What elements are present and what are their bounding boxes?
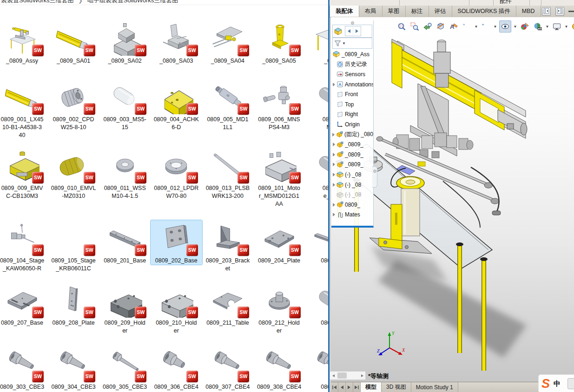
file-item[interactable]: SW 0809_201_Base <box>99 220 151 265</box>
file-item[interactable]: SW 0809_303_CBE3 <box>0 346 48 391</box>
tab-scroll-right-button[interactable] <box>346 382 353 392</box>
file-item[interactable]: SW 0809_012_LPDR W70-80 <box>151 148 202 200</box>
feature-tree-item[interactable]: _0809_ <box>331 160 373 170</box>
file-item[interactable]: SW _0809_SA05 <box>253 20 305 65</box>
feature-tree-item[interactable]: _0809_Ass <box>331 49 373 59</box>
study-tab[interactable]: 模型 <box>361 382 382 392</box>
expand-arrow-icon[interactable] <box>331 173 336 176</box>
file-item[interactable]: SW 0809_104_Stage _KAW06050-R <box>0 220 48 273</box>
feature-tree-item[interactable]: (-) _08 <box>331 180 373 190</box>
file-item[interactable]: SW 0809_203_Brack et <box>202 220 253 273</box>
breadcrumb-folder-current[interactable]: 电子组装装置SolidWorks三维套图 <box>87 0 178 4</box>
previous-view-icon[interactable] <box>422 21 433 32</box>
breadcrumb[interactable]: 装装置SolidWorks三维套图❯电子组装装置SolidWorks三维套图 <box>0 0 330 5</box>
expand-arrow-icon[interactable] <box>331 163 336 166</box>
feature-tree-item[interactable]: Annotations <box>331 79 373 90</box>
file-item[interactable]: SW 0809_003_MS5- 15 <box>99 79 151 131</box>
file-item[interactable]: SW _0809_SA04 <box>202 20 253 65</box>
tree-horizontal-scrollbar[interactable] <box>330 371 366 380</box>
ribbon-tab[interactable]: 草图 <box>383 6 406 17</box>
view-settings-dropdown-icon[interactable]: ▼ <box>564 25 568 29</box>
expand-arrow-icon[interactable] <box>331 183 336 187</box>
sogou-logo-icon[interactable]: S <box>541 378 550 390</box>
expand-arrow-icon[interactable] <box>331 213 336 216</box>
scroll-left-button[interactable] <box>330 372 336 379</box>
zoom-to-area-icon[interactable] <box>409 21 420 32</box>
feature-tree-item[interactable]: (-) _08 <box>331 170 373 180</box>
panel-tab-scroll-left-button[interactable] <box>345 27 353 35</box>
zoom-to-fit-icon[interactable] <box>396 21 407 32</box>
scroll-right-button[interactable] <box>359 372 365 379</box>
feature-tree-item[interactable]: 0809_ <box>331 200 373 210</box>
file-item[interactable]: SW 0809_002_CPD W25-8-10 <box>48 79 99 131</box>
file-item[interactable]: SW 0809_006_MNS PS4-M3 <box>253 79 305 131</box>
view-orientation-icon[interactable] <box>461 21 472 32</box>
file-item[interactable]: SW 0809_009_EMV C-CB130M3 <box>0 148 48 200</box>
hide-show-annotations-icon[interactable] <box>448 21 459 32</box>
section-view-icon[interactable] <box>435 21 446 32</box>
file-item[interactable]: SW 0809_004_ACHK 6-D <box>151 79 202 131</box>
file-item[interactable]: SW 0809_306_CBE4 <box>151 346 202 391</box>
file-item[interactable]: SW 0809_204_Plate <box>253 220 305 265</box>
expand-arrow-icon[interactable] <box>331 153 336 157</box>
feature-tree-item[interactable]: (固定) _0809 <box>331 130 373 140</box>
measure-icon[interactable] <box>570 21 574 32</box>
panel-tab-scroll-right-button[interactable] <box>353 27 361 35</box>
feature-tree-item[interactable]: Mates <box>331 210 373 220</box>
feature-tree-filter[interactable]: ▼ <box>332 38 372 49</box>
feature-tree-item[interactable]: Origin <box>331 119 373 130</box>
collapse-panel-left-button[interactable] <box>542 7 551 16</box>
ribbon-tab[interactable]: SOLIDWORKS 插件 <box>452 6 516 17</box>
display-style-dropdown-icon[interactable]: ▼ <box>493 25 497 29</box>
apply-scene-icon[interactable] <box>532 21 543 32</box>
file-item[interactable]: SW 0809_208_Plate <box>48 282 99 327</box>
file-item[interactable]: SW 0809_212_Hold er <box>253 282 305 335</box>
feature-tree-item[interactable]: Top <box>331 99 373 110</box>
panel-splitter-handle[interactable] <box>372 166 377 188</box>
expand-arrow-icon[interactable] <box>331 143 336 146</box>
hide-show-items-icon[interactable] <box>499 20 511 33</box>
file-item[interactable]: SW 0809_013_PLSB WRK13-200 <box>202 148 253 200</box>
view-settings-icon[interactable] <box>551 21 562 32</box>
file-item[interactable]: SW 0809_101_Moto r_MSMD012G1 AA <box>253 148 305 208</box>
file-item[interactable]: SW 0809_202_Base <box>151 220 202 265</box>
file-item[interactable]: SW 0809_209_Hold er <box>99 282 151 335</box>
feature-tree-item[interactable]: Front <box>331 89 373 99</box>
expand-arrow-icon[interactable] <box>331 83 336 86</box>
file-item[interactable]: SW 0809_307_CBE4 <box>202 346 253 391</box>
ime-keyboard-icon[interactable] <box>567 378 574 389</box>
filter-dropdown-icon[interactable]: ▼ <box>342 41 346 46</box>
scrollbar-thumb[interactable] <box>337 372 347 379</box>
input-method-bar[interactable]: S 中 <box>538 374 574 392</box>
collapse-panel-right-button[interactable] <box>555 7 564 16</box>
file-item[interactable]: SW 0809_210_Hold er <box>151 282 202 335</box>
tab-scroll-left-button[interactable] <box>338 382 346 392</box>
feature-tree-item[interactable]: 历史记录 <box>331 59 373 70</box>
study-tab[interactable]: Motion Study 1 <box>411 382 458 392</box>
ribbon-tab[interactable]: MBD <box>516 6 541 17</box>
file-item[interactable]: SW 0809_207_Base <box>0 282 48 327</box>
feature-tree-item[interactable]: _0809_ <box>331 139 373 150</box>
expand-arrow-icon[interactable] <box>331 203 336 207</box>
ribbon-tab[interactable]: 布局 <box>359 6 383 17</box>
feature-tree-item[interactable]: Sensors <box>331 69 373 79</box>
edit-appearance-icon[interactable] <box>519 21 530 32</box>
hide-show-items-dropdown-icon[interactable]: ▼ <box>513 25 517 29</box>
feature-tree-item[interactable]: Right <box>331 110 373 120</box>
file-item[interactable]: SW 0809_001_LX45 10-B1-A4538-3 40 <box>0 79 48 139</box>
ime-language-indicator[interactable]: 中 <box>554 379 561 388</box>
feature-tree-item[interactable]: (-) _08 <box>331 189 373 200</box>
display-style-icon[interactable] <box>480 21 491 32</box>
file-item[interactable]: SW 0809_005_MD1 1L1 <box>202 79 253 131</box>
file-item[interactable]: SW 0809_308_CBE4 <box>253 346 305 391</box>
minimize-icon[interactable] <box>568 11 574 12</box>
file-item[interactable]: SW 0809_105_Stage _KRB06011C <box>48 220 99 273</box>
file-item[interactable]: SW 0809_211_Table <box>202 282 253 327</box>
panel-grip-icon[interactable] <box>351 21 354 25</box>
file-item[interactable]: SW _0809_SA03 <box>151 20 202 65</box>
expand-arrow-icon[interactable] <box>331 133 336 137</box>
study-tab[interactable]: 3D 视图 <box>382 382 411 392</box>
file-item[interactable]: SW _0809_SA02 <box>99 20 151 65</box>
tab-scroll-first-button[interactable] <box>331 382 338 392</box>
ribbon-tab[interactable]: 标注 <box>406 6 429 17</box>
